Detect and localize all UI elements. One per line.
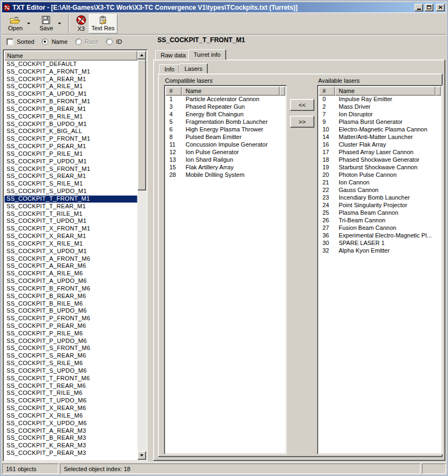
radio-race[interactable] bbox=[75, 38, 82, 45]
x3-button[interactable]: X3 bbox=[74, 14, 89, 34]
list-item[interactable]: SS_COCKPIT_A_UPDO_M6 bbox=[4, 277, 137, 285]
laser-row[interactable]: 18Phased Shockwave Generator bbox=[319, 156, 441, 164]
scrollbar-thumb[interactable] bbox=[137, 60, 146, 190]
list-item[interactable]: SS_COCKPIT_DEFAULT bbox=[4, 61, 137, 68]
list-item[interactable]: SS_COCKPIT_S_RILE_M1 bbox=[4, 180, 137, 188]
list-item[interactable]: SS_COCKPIT_B_RILE_M6 bbox=[4, 300, 137, 308]
laser-row[interactable]: 28Mobile Drilling System bbox=[166, 171, 285, 179]
tab-turret-info[interactable]: Turret info bbox=[188, 49, 226, 60]
sorted-checkbox[interactable] bbox=[6, 38, 14, 45]
list-item[interactable]: SS_COCKPIT_A_FRONT_M6 bbox=[4, 255, 137, 263]
list-item[interactable]: SS_COCKPIT_P_UPDO_M6 bbox=[4, 338, 137, 345]
laser-row[interactable]: 25Plasma Beam Cannon bbox=[319, 209, 441, 217]
laser-row[interactable]: 9Plasma Burst Generator bbox=[319, 118, 441, 126]
list-item[interactable]: SS_COCKPIT_B_UPDO_M1 bbox=[4, 121, 137, 128]
list-item[interactable]: SS_COCKPIT_A_RILE_M6 bbox=[4, 270, 137, 277]
list-item[interactable]: SS_COCKPIT_T_UPDO_M1 bbox=[4, 217, 137, 225]
laser-row[interactable]: 8Pulsed Beam Emitter bbox=[166, 134, 285, 141]
laser-row[interactable]: 16Cluster Flak Array bbox=[319, 141, 441, 149]
list-item[interactable]: SS_COCKPIT_A_FRONT_M1 bbox=[4, 68, 137, 76]
list-item[interactable]: SS_COCKPIT_B_UPDO_M6 bbox=[4, 307, 137, 315]
maximize-button[interactable] bbox=[425, 4, 433, 11]
open-dropdown[interactable] bbox=[25, 14, 32, 34]
list-item[interactable]: SS_COCKPIT_T_FRONT_M1 bbox=[4, 195, 137, 203]
laser-row[interactable]: 4Energy Bolt Chaingun bbox=[166, 111, 285, 118]
list-item[interactable]: SS_COCKPIT_P_RILE_M1 bbox=[4, 150, 137, 158]
column-name[interactable]: Name bbox=[335, 87, 436, 96]
list-item[interactable]: SS_COCKPIT_S_UPDO_M1 bbox=[4, 188, 137, 195]
list-item[interactable]: SS_COCKPIT_A_UPDO_M1 bbox=[4, 90, 137, 98]
laser-row[interactable]: 30SPARE LASER 1 bbox=[319, 240, 441, 247]
laser-row[interactable]: 15Flak Artillery Array bbox=[166, 164, 285, 171]
laser-row[interactable]: 11Concussion Impulse Generator bbox=[166, 141, 285, 149]
laser-row[interactable]: 36Experimental Electro-Magnetic Pl... bbox=[319, 232, 441, 240]
list-item[interactable]: SS_COCKPIT_X_RILE_M1 bbox=[4, 240, 137, 248]
laser-row[interactable]: 24Point Singularity Projector bbox=[319, 202, 441, 209]
list-item[interactable]: SS_COCKPIT_X_UPDO_M1 bbox=[4, 248, 137, 255]
list-item[interactable]: SS_COCKPIT_S_FRONT_M6 bbox=[4, 345, 137, 352]
laser-row[interactable]: 17Phased Array Laser Cannon bbox=[319, 149, 441, 156]
list-item[interactable]: SS_COCKPIT_B_FRONT_M6 bbox=[4, 285, 137, 293]
scroll-up-button[interactable] bbox=[137, 51, 146, 60]
laser-row[interactable]: 7Ion Disruptor bbox=[319, 111, 441, 118]
list-item[interactable]: SS_COCKPIT_T_RILE_M1 bbox=[4, 210, 137, 218]
list-item[interactable]: SS_COCKPIT_K_BIG_ALL bbox=[4, 128, 137, 135]
tab-lasers[interactable]: Lasers bbox=[179, 63, 208, 74]
close-button[interactable] bbox=[436, 4, 445, 11]
scroll-down-button[interactable] bbox=[137, 451, 146, 460]
list-item[interactable]: SS_COCKPIT_S_RILE_M6 bbox=[4, 360, 137, 367]
laser-row[interactable]: 27Fusion Beam Cannon bbox=[319, 224, 441, 232]
laser-row[interactable]: 6High Energy Plasma Thrower bbox=[166, 126, 285, 134]
move-to-available-button[interactable]: >> bbox=[290, 116, 314, 128]
save-button[interactable]: Save bbox=[37, 14, 56, 34]
list-item[interactable]: SS_COCKPIT_B_REAR_M1 bbox=[4, 105, 137, 113]
text-res-button[interactable]: Text Res bbox=[89, 14, 117, 34]
list-item[interactable]: SS_COCKPIT_P_UPDO_M1 bbox=[4, 158, 137, 166]
move-to-compatible-button[interactable]: << bbox=[290, 99, 314, 111]
laser-row[interactable]: 5Fragmentation Bomb Launcher bbox=[166, 118, 285, 126]
list-item[interactable]: SS_COCKPIT_X_UPDO_M6 bbox=[4, 420, 137, 427]
laser-row[interactable]: 23Incendiary Bomb Launcher bbox=[319, 194, 441, 202]
list-item[interactable]: SS_COCKPIT_A_REAR_M3 bbox=[4, 427, 137, 435]
laser-row[interactable]: 26Tri-Beam Cannon bbox=[319, 217, 441, 224]
list-item[interactable]: SS_COCKPIT_P_FRONT_M6 bbox=[4, 315, 137, 322]
tab-info[interactable]: Info bbox=[159, 64, 180, 74]
list-item[interactable]: SS_COCKPIT_P_REAR_M3 bbox=[4, 449, 137, 457]
list-item[interactable]: SS_COCKPIT_K_REAR_M3 bbox=[4, 442, 137, 449]
laser-row[interactable]: 0Impulse Ray Emitter bbox=[319, 96, 441, 103]
laser-row[interactable]: 3Phased Repeater Gun bbox=[166, 103, 285, 111]
list-item[interactable]: SS_COCKPIT_X_RILE_M6 bbox=[4, 412, 137, 420]
laser-row[interactable]: 10Electro-Magnetic Plasma Cannon bbox=[319, 126, 441, 134]
column-number[interactable]: # bbox=[319, 87, 335, 96]
list-item[interactable]: SS_COCKPIT_P_REAR_M1 bbox=[4, 143, 137, 150]
list-item[interactable]: SS_COCKPIT_T_REAR_M6 bbox=[4, 382, 137, 390]
laser-row[interactable]: 2Mass Driver bbox=[319, 103, 441, 111]
list-item[interactable]: SS_COCKPIT_A_REAR_M6 bbox=[4, 262, 137, 270]
list-item[interactable]: SS_COCKPIT_T_RILE_M6 bbox=[4, 389, 137, 397]
list-item[interactable]: SS_COCKPIT_B_REAR_M3 bbox=[4, 434, 137, 442]
list-item[interactable]: SS_COCKPIT_S_UPDO_M6 bbox=[4, 367, 137, 375]
list-item[interactable]: SS_COCKPIT_B_FRONT_M1 bbox=[4, 98, 137, 105]
laser-row[interactable]: 32Alpha Kyon Emitter bbox=[319, 247, 441, 255]
list-item[interactable]: SS_COCKPIT_X_FRONT_M1 bbox=[4, 225, 137, 233]
minimize-button[interactable] bbox=[414, 4, 423, 11]
list-item[interactable]: SS_COCKPIT_X_REAR_M1 bbox=[4, 233, 137, 240]
list-item[interactable]: SS_COCKPIT_B_RILE_M1 bbox=[4, 113, 137, 121]
laser-row[interactable]: 13Ion Shard Railgun bbox=[166, 156, 285, 164]
list-item[interactable]: SS_COCKPIT_P_RILE_M6 bbox=[4, 330, 137, 338]
list-item[interactable]: SS_COCKPIT_B_REAR_M6 bbox=[4, 293, 137, 300]
list-item[interactable]: SS_COCKPIT_S_REAR_M1 bbox=[4, 173, 137, 180]
list-item[interactable]: SS_COCKPIT_T_REAR_M1 bbox=[4, 203, 137, 210]
laser-row[interactable]: 14Matter/Anti-Matter Launcher bbox=[319, 134, 441, 141]
radio-id[interactable] bbox=[106, 38, 113, 45]
list-item[interactable]: SS_COCKPIT_P_REAR_M6 bbox=[4, 322, 137, 330]
column-name[interactable]: Name bbox=[182, 87, 280, 96]
object-list-scrollbar[interactable] bbox=[137, 51, 146, 460]
radio-name[interactable] bbox=[42, 38, 48, 45]
list-item[interactable]: SS_COCKPIT_S_REAR_M6 bbox=[4, 352, 137, 360]
laser-row[interactable]: 22Gauss Cannon bbox=[319, 187, 441, 194]
column-number[interactable]: # bbox=[166, 87, 182, 96]
tab-raw-data[interactable]: Raw data bbox=[155, 50, 191, 60]
list-item[interactable]: SS_COCKPIT_X_REAR_M6 bbox=[4, 405, 137, 412]
laser-row[interactable]: 21Ion Cannon bbox=[319, 179, 441, 187]
